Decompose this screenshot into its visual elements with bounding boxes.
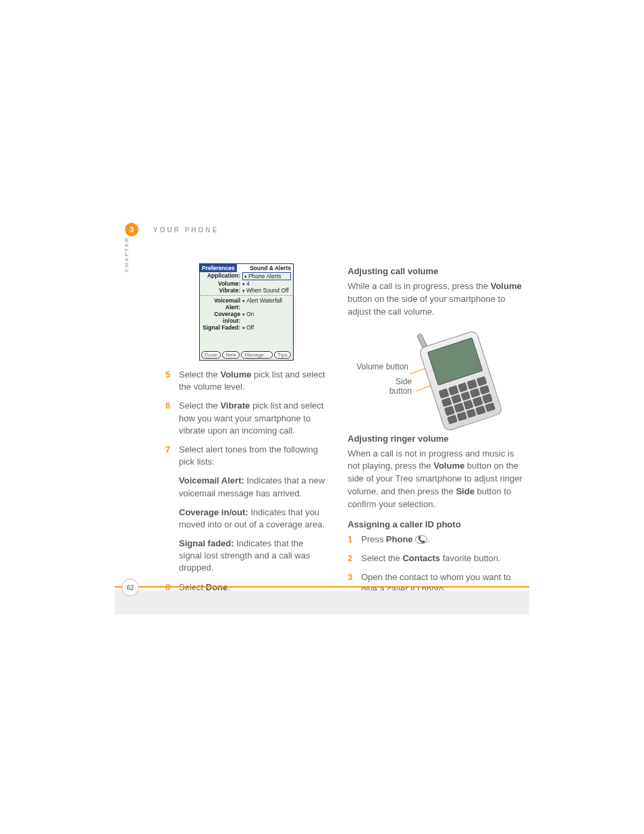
chapter-header: 3 YOUR PHONE <box>125 223 219 236</box>
content-columns: Preferences Sound & Alerts Application: … <box>165 263 523 603</box>
chapter-label-vertical: CHAPTER <box>124 232 130 272</box>
step-text: Press Phone . <box>361 533 523 546</box>
pref-titlebar: Preferences Sound & Alerts <box>200 264 293 272</box>
step-6: 6 Select the Vibrate pick list and selec… <box>165 400 327 437</box>
pref-val: 4 <box>242 280 291 287</box>
text: button <box>390 386 412 396</box>
sub-coverage: Coverage in/out: Indicates that you move… <box>179 506 327 531</box>
pref-btn-done: Done <box>201 351 221 359</box>
bold: Side <box>456 486 474 496</box>
footer-accent-line <box>115 586 529 588</box>
step-number: 1 <box>348 533 361 546</box>
text: favorite button. <box>440 553 501 563</box>
page-footer: 62 <box>115 586 529 615</box>
step-number: 2 <box>348 552 361 565</box>
bold: Coverage in/out: <box>179 507 248 517</box>
pref-row: Signal Faded: Off <box>200 324 293 331</box>
pref-title-left: Preferences <box>200 264 237 272</box>
step-number: 7 <box>165 444 179 468</box>
phone-illustration <box>419 325 516 432</box>
callout-volume-button: Volume button <box>348 362 408 371</box>
step-number: 5 <box>165 369 179 393</box>
pref-btn-manage: Manage… <box>241 351 273 359</box>
pref-row: Coverage in/out: On <box>200 311 293 324</box>
bold: Volume <box>491 281 522 291</box>
step-1: 1 Press Phone . <box>348 533 523 546</box>
pref-label: Voicemail Alert: <box>202 297 242 311</box>
pref-val: Alert Waterfall <box>242 297 291 311</box>
pref-title-right: Sound & Alerts <box>248 264 293 272</box>
pref-row: Volume: 4 <box>200 280 293 287</box>
pref-label: Application: <box>202 272 242 280</box>
text: button on the side of your smartphone to… <box>348 294 505 317</box>
paragraph: When a call is not in progress and music… <box>348 448 523 511</box>
bold: Voicemail Alert: <box>179 475 244 486</box>
pref-val: On <box>242 311 291 324</box>
pref-label: Signal Faded: <box>202 324 242 331</box>
phone-screen <box>427 337 483 385</box>
phone-diagram: Volume button Side button <box>348 327 523 428</box>
step-7: 7 Select alert tones from the following … <box>165 444 327 468</box>
pref-label: Vibrate: <box>202 287 242 294</box>
paragraph: While a call is in progress, press the V… <box>348 280 523 319</box>
text: Select the <box>179 369 220 380</box>
phone-keypad <box>438 375 495 424</box>
heading-call-volume: Adjusting call volume <box>348 266 523 276</box>
text: Press <box>361 534 386 544</box>
bold: Signal faded: <box>179 538 234 548</box>
page-number-badge: 62 <box>122 579 139 596</box>
footer-bar: 62 <box>115 590 529 615</box>
step-2: 2 Select the Contacts favorite button. <box>348 552 523 565</box>
step-number: 6 <box>165 400 179 437</box>
phone-body <box>419 330 504 432</box>
pref-btn-tips: Tips <box>274 351 291 359</box>
pref-label: Volume: <box>202 280 242 287</box>
pref-divider <box>200 295 293 296</box>
bold: Volume <box>433 461 464 471</box>
pref-btn-new: New <box>222 351 240 359</box>
pref-buttons: Done New Manage… Tips <box>200 350 293 360</box>
page: 3 YOUR PHONE CHAPTER Preferences Sound &… <box>0 0 644 834</box>
pref-row: Vibrate: When Sound Off <box>200 287 293 294</box>
pref-row: Voicemail Alert: Alert Waterfall <box>200 297 293 311</box>
preferences-screenshot: Preferences Sound & Alerts Application: … <box>199 263 294 361</box>
text: Select the <box>361 553 402 563</box>
right-column: Adjusting call volume While a call is in… <box>348 263 523 603</box>
text: Select the <box>179 400 220 411</box>
bold: Vibrate <box>220 400 250 411</box>
pref-label: Coverage in/out: <box>202 311 242 324</box>
phone-key-icon <box>415 536 427 544</box>
callout-side-button: Side button <box>375 377 412 396</box>
bold: Volume <box>220 369 251 380</box>
step-text: Select the Contacts favorite button. <box>361 552 523 565</box>
step-text: Select the Volume pick list and select t… <box>179 369 327 393</box>
text: While a call is in progress, press the <box>348 281 491 291</box>
pref-val: When Sound Off <box>242 287 291 294</box>
pref-val: Off <box>242 324 291 331</box>
heading-ringer-volume: Adjusting ringer volume <box>348 434 523 444</box>
sub-signal-faded: Signal faded: Indicates that the signal … <box>179 538 327 575</box>
bold: Contacts <box>402 553 440 563</box>
pref-row: Application: Phone Alerts <box>200 272 293 280</box>
chapter-title: YOUR PHONE <box>153 226 219 234</box>
step-text: Select alert tones from the following pi… <box>179 444 327 468</box>
step-text: Select the Vibrate pick list and select … <box>179 400 327 437</box>
left-column: Preferences Sound & Alerts Application: … <box>165 263 327 603</box>
heading-caller-id: Assigning a caller ID photo <box>348 519 523 529</box>
bold: Phone <box>386 534 413 544</box>
text: Side <box>396 377 412 386</box>
step-5: 5 Select the Volume pick list and select… <box>165 369 327 393</box>
sub-voicemail-alert: Voicemail Alert: Indicates that a new vo… <box>179 475 327 499</box>
pref-val: Phone Alerts <box>242 272 291 280</box>
